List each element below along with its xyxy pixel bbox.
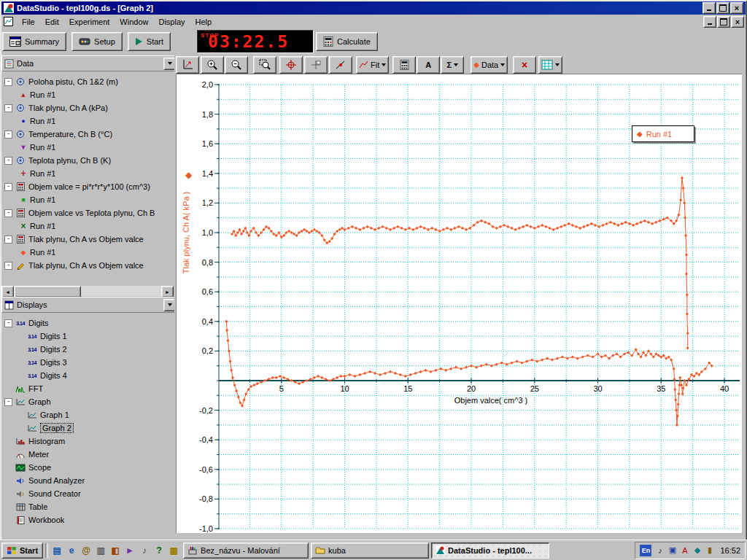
smart-tool-button[interactable] xyxy=(279,56,303,74)
menu-experiment[interactable]: Experiment xyxy=(64,16,115,28)
minimize-button[interactable] xyxy=(703,2,716,14)
browser-icon[interactable]: e xyxy=(65,544,78,557)
display-item[interactable]: Workbook xyxy=(1,513,174,526)
menu-file[interactable]: File xyxy=(17,16,40,28)
text-annotation-button[interactable]: A xyxy=(417,56,440,74)
fit-dropdown[interactable]: Fit xyxy=(356,56,389,74)
display-item[interactable]: 3.14Digits 1 xyxy=(1,330,174,343)
data-source-item[interactable]: -Temperature, Ch B (°C) xyxy=(1,128,174,141)
scheduler-icon[interactable]: ◆ xyxy=(692,545,703,556)
data-source-item[interactable]: -Tlak plynu, Ch A (kPa) xyxy=(1,101,174,114)
run-item[interactable]: ■Run #1 xyxy=(1,193,174,206)
scroll-left-button[interactable]: ◄ xyxy=(1,286,14,298)
scroll-thumb[interactable] xyxy=(14,286,81,298)
paint-icon[interactable]: ◧ xyxy=(109,544,122,557)
coordinates-tool-button[interactable] xyxy=(304,56,328,74)
remove-data-button[interactable]: × xyxy=(513,56,536,74)
run-item[interactable]: ▼Run #1 xyxy=(1,141,174,154)
app-icon[interactable] xyxy=(3,2,15,14)
zoom-out-button[interactable] xyxy=(225,56,248,74)
zoom-select-button[interactable] xyxy=(253,56,276,74)
tree-expander-icon[interactable]: - xyxy=(4,104,12,112)
menu-display[interactable]: Display xyxy=(153,16,190,28)
child-restore-button[interactable] xyxy=(717,16,730,28)
volume-icon[interactable]: ♪ xyxy=(654,545,665,556)
close-button[interactable]: × xyxy=(730,2,743,14)
scale-to-fit-button[interactable] xyxy=(176,56,199,74)
display-item[interactable]: Histogram xyxy=(1,435,174,448)
maximize-button[interactable] xyxy=(716,2,729,14)
display-icon[interactable]: ▣ xyxy=(667,545,678,556)
data-source-item[interactable]: -Poloha pistu, Ch 1&2 (m) xyxy=(1,75,174,88)
tree-expander-icon[interactable]: - xyxy=(4,209,12,217)
display-item[interactable]: Meter xyxy=(1,448,174,461)
run-item[interactable]: +Run #1 xyxy=(1,167,174,180)
data-source-item[interactable]: -Objem valce = pi*r*r*y*100 (cm^3) xyxy=(1,180,174,193)
language-indicator[interactable]: En xyxy=(640,545,651,556)
menu-window[interactable]: Window xyxy=(115,16,153,28)
tree-expander-icon[interactable]: - xyxy=(4,78,12,86)
scroll-right-button[interactable]: ► xyxy=(161,286,174,298)
run-item[interactable]: ●Run #1 xyxy=(1,114,174,128)
tree-expander-icon[interactable]: - xyxy=(4,183,12,191)
summary-button[interactable]: Summary xyxy=(2,32,66,51)
task-paint[interactable]: Bez_názvu - Malování xyxy=(183,542,309,559)
data-tree-scrollbar[interactable]: ◄ ► xyxy=(1,286,174,296)
plot-area[interactable]: 5101520253035402,01,81,61,41,21,00,80,60… xyxy=(176,74,742,533)
folder-icon[interactable]: ▦ xyxy=(167,544,180,557)
scroll-track[interactable] xyxy=(81,286,161,296)
display-item[interactable]: Scope xyxy=(1,461,174,474)
antivirus-icon[interactable]: A xyxy=(679,545,690,556)
child-close-button[interactable]: × xyxy=(731,16,744,28)
media-player-icon[interactable]: ► xyxy=(123,544,136,557)
display-item[interactable]: Sound Analyzer xyxy=(1,474,174,487)
start-button-experiment[interactable]: Start xyxy=(128,32,171,51)
statistics-dropdown[interactable]: Σ xyxy=(441,56,464,74)
display-item[interactable]: Table xyxy=(1,500,174,513)
battery-icon[interactable]: ▮ xyxy=(704,545,715,556)
display-item[interactable]: -3.14Digits xyxy=(1,316,174,330)
display-item[interactable]: -Graph xyxy=(1,395,174,408)
display-item[interactable]: Sound Creator xyxy=(1,487,174,500)
start-button[interactable]: Start xyxy=(1,542,43,559)
menu-edit[interactable]: Edit xyxy=(40,16,64,28)
volume-icon[interactable]: ♪ xyxy=(138,544,151,557)
graph-calculator-button[interactable] xyxy=(392,56,416,74)
tree-expander-icon[interactable]: - xyxy=(4,236,12,244)
slope-tool-button[interactable] xyxy=(329,56,352,74)
graph-settings-dropdown[interactable] xyxy=(538,56,562,74)
mail-icon[interactable]: @ xyxy=(80,544,93,557)
tree-expander-icon[interactable]: - xyxy=(4,131,12,139)
tree-expander-icon[interactable]: - xyxy=(4,398,12,406)
tree-expander-icon[interactable]: - xyxy=(4,262,12,270)
display-item[interactable]: Graph 2 xyxy=(1,421,174,435)
display-item[interactable]: 3.14Digits 2 xyxy=(1,343,174,356)
tree-expander-icon[interactable]: - xyxy=(4,319,12,327)
display-item[interactable]: Graph 1 xyxy=(1,408,174,421)
graph-document-icon[interactable] xyxy=(4,17,15,27)
task-folder-kuba[interactable]: kuba xyxy=(311,542,429,559)
child-minimize-button[interactable] xyxy=(703,16,716,28)
run-item[interactable]: ×Run #1 xyxy=(1,219,174,233)
help-icon[interactable]: ? xyxy=(152,544,166,557)
chart-canvas[interactable]: 5101520253035402,01,81,61,41,21,00,80,60… xyxy=(177,74,742,533)
display-item[interactable]: 3.14Digits 3 xyxy=(1,356,174,369)
data-source-item[interactable]: -Tlak plynu, Ch A vs Objem valce xyxy=(1,233,174,246)
data-source-item[interactable]: -Objem valce vs Teplota plynu, Ch B xyxy=(1,206,174,219)
run-item[interactable]: ▲Run #1 xyxy=(1,88,174,101)
menu-help[interactable]: Help xyxy=(190,16,217,28)
setup-button[interactable]: Setup xyxy=(71,32,123,51)
display-item[interactable]: FFT xyxy=(1,382,174,395)
document-icon[interactable]: ▥ xyxy=(94,544,107,557)
legend[interactable]: ◆ Run #1 xyxy=(632,125,694,142)
show-desktop-icon[interactable]: ▤ xyxy=(50,544,63,557)
run-item[interactable]: ◆Run #1 xyxy=(1,246,174,259)
data-source-item[interactable]: -Teplota plynu, Ch B (K) xyxy=(1,154,174,167)
zoom-in-button[interactable] xyxy=(201,56,224,74)
title-bar[interactable]: DataStudio - tepl100g.ds - [Graph 2] × xyxy=(1,1,746,15)
tree-expander-icon[interactable]: - xyxy=(4,157,12,165)
calculate-button[interactable]: Calculate xyxy=(316,32,378,51)
clock[interactable]: 16:52 xyxy=(720,546,740,555)
data-source-item[interactable]: -Tlak plynu, Ch A vs Objem valce xyxy=(1,259,174,272)
task-datastudio[interactable]: DataStudio - tepl100... xyxy=(431,542,549,559)
